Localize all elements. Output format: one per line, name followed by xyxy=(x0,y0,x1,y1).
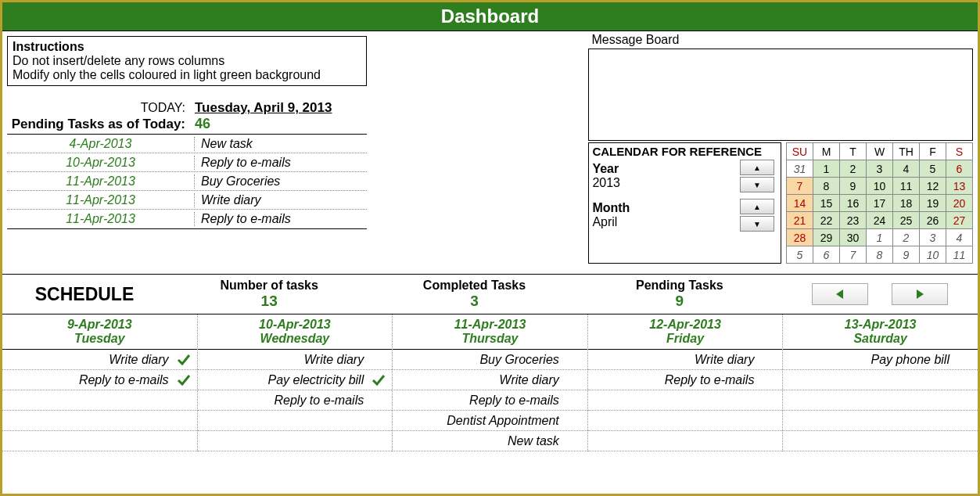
pending-task-date: 4-Apr-2013 xyxy=(7,137,195,151)
month-up-button[interactable]: ▲ xyxy=(740,199,774,214)
calendar-day-cell[interactable]: 31 xyxy=(787,160,813,178)
calendar-day-cell[interactable]: 5 xyxy=(920,160,946,178)
schedule-next-button[interactable] xyxy=(892,283,948,305)
schedule-task-cell[interactable] xyxy=(783,390,978,411)
schedule-task-cell[interactable]: New task xyxy=(393,431,587,451)
triangle-left-icon xyxy=(834,288,846,300)
calendar-day-cell[interactable]: 17 xyxy=(867,195,893,212)
calendar-day-cell[interactable]: 29 xyxy=(813,229,840,246)
num-tasks-label: Number of tasks xyxy=(167,279,372,293)
calendar-day-cell[interactable]: 11 xyxy=(893,178,920,195)
schedule-task-cell[interactable] xyxy=(588,411,783,431)
schedule-task-cell[interactable] xyxy=(198,411,393,431)
year-value: 2013 xyxy=(592,176,620,190)
calendar-day-cell[interactable]: 27 xyxy=(946,212,973,229)
pending-task-row: 11-Apr-2013Buy Groceries xyxy=(7,172,367,191)
calendar-day-cell[interactable]: 1 xyxy=(813,160,840,178)
calendar-day-cell[interactable]: 11 xyxy=(946,246,973,264)
calendar-day-header: T xyxy=(840,143,867,160)
pending-tasks-table: 4-Apr-2013New task10-Apr-2013Reply to e-… xyxy=(7,134,367,229)
calendar-day-cell[interactable]: 13 xyxy=(946,178,973,195)
schedule-task-cell[interactable]: Pay electricity bill xyxy=(198,370,393,390)
schedule-task-cell[interactable]: Write diary xyxy=(588,350,783,370)
calendar-day-cell[interactable]: 20 xyxy=(946,195,973,212)
schedule-task-cell[interactable]: Write diary xyxy=(393,370,587,390)
calendar-day-cell[interactable]: 7 xyxy=(787,178,813,195)
calendar-day-cell[interactable]: 2 xyxy=(893,229,920,246)
instructions-heading: Instructions xyxy=(13,40,361,54)
calendar-day-cell[interactable]: 26 xyxy=(920,212,946,229)
year-down-button[interactable]: ▼ xyxy=(740,177,774,192)
schedule-task-cell[interactable] xyxy=(198,431,393,451)
schedule-task-cell[interactable] xyxy=(2,431,197,451)
pending-task-date: 11-Apr-2013 xyxy=(7,212,195,226)
schedule-task-cell[interactable] xyxy=(588,431,783,451)
calendar-day-cell[interactable]: 28 xyxy=(787,229,813,246)
schedule-task-cell[interactable] xyxy=(783,431,978,451)
schedule-task-cell[interactable]: Pay phone bill xyxy=(783,350,978,370)
schedule-task-cell[interactable] xyxy=(2,411,197,431)
schedule-task-cell[interactable] xyxy=(783,411,978,431)
month-down-button[interactable]: ▼ xyxy=(740,216,774,232)
schedule-day-header: 13-Apr-2013Saturday xyxy=(783,314,978,350)
schedule-task-cell[interactable]: Dentist Appointment xyxy=(393,411,587,431)
calendar-day-cell[interactable]: 16 xyxy=(840,195,867,212)
instructions-box: Instructions Do not insert/delete any ro… xyxy=(7,36,367,86)
schedule-day-date: 12-Apr-2013 xyxy=(588,318,783,332)
schedule-task-cell[interactable]: Buy Groceries xyxy=(393,350,587,370)
calendar-day-cell[interactable]: 2 xyxy=(840,160,867,178)
calendar-day-cell[interactable]: 6 xyxy=(946,160,973,178)
month-label: Month xyxy=(592,201,630,215)
calendar-day-cell[interactable]: 21 xyxy=(787,212,813,229)
calendar-day-cell[interactable]: 3 xyxy=(920,229,946,246)
calendar-day-cell[interactable]: 9 xyxy=(840,178,867,195)
schedule-task-cell[interactable]: Reply to e-mails xyxy=(2,370,197,390)
svg-marker-0 xyxy=(836,289,843,299)
calendar-day-cell[interactable]: 25 xyxy=(893,212,920,229)
calendar-day-cell[interactable]: 10 xyxy=(867,178,893,195)
schedule-task-cell[interactable]: Reply to e-mails xyxy=(588,370,783,390)
calendar-day-cell[interactable]: 1 xyxy=(867,229,893,246)
calendar-day-cell[interactable]: 19 xyxy=(920,195,946,212)
pending-task-name: Write diary xyxy=(195,193,367,207)
calendar-day-cell[interactable]: 7 xyxy=(840,246,867,264)
schedule-task-cell[interactable]: Write diary xyxy=(2,350,197,370)
pending-task-name: Reply to e-mails xyxy=(195,212,367,226)
calendar-day-cell[interactable]: 23 xyxy=(840,212,867,229)
calendar-day-cell[interactable]: 5 xyxy=(787,246,813,264)
calendar-day-cell[interactable]: 4 xyxy=(893,160,920,178)
calendar-day-cell[interactable]: 30 xyxy=(840,229,867,246)
calendar-day-header: W xyxy=(867,143,893,160)
dashboard-banner: Dashboard xyxy=(2,2,978,31)
schedule-task-cell[interactable]: Write diary xyxy=(198,350,393,370)
schedule-task-cell[interactable]: Reply to e-mails xyxy=(393,390,587,411)
calendar-day-cell[interactable]: 9 xyxy=(893,246,920,264)
schedule-heading: SCHEDULE xyxy=(2,284,167,305)
schedule-task-cell[interactable] xyxy=(588,390,783,411)
schedule-prev-button[interactable] xyxy=(812,283,868,305)
calendar-day-cell[interactable]: 18 xyxy=(893,195,920,212)
calendar-day-cell[interactable]: 8 xyxy=(813,178,840,195)
calendar-day-cell[interactable]: 3 xyxy=(867,160,893,178)
calendar-day-cell[interactable]: 6 xyxy=(813,246,840,264)
calendar-day-cell[interactable]: 10 xyxy=(920,246,946,264)
message-board-box[interactable] xyxy=(588,49,973,141)
schedule-day-column: 12-Apr-2013FridayWrite diaryReply to e-m… xyxy=(588,314,784,451)
schedule-grid: 9-Apr-2013TuesdayWrite diaryReply to e-m… xyxy=(2,314,978,451)
calendar-day-cell[interactable]: 24 xyxy=(867,212,893,229)
pending-tasks-value: 9 xyxy=(577,293,782,310)
calendar-day-cell[interactable]: 15 xyxy=(813,195,840,212)
calendar-day-cell[interactable]: 4 xyxy=(946,229,973,246)
month-value: April xyxy=(592,215,630,229)
schedule-task-cell[interactable] xyxy=(2,390,197,411)
completed-tasks-value: 3 xyxy=(372,293,576,310)
calendar-day-cell[interactable]: 22 xyxy=(813,212,840,229)
schedule-task-cell[interactable] xyxy=(783,370,978,390)
schedule-day-date: 10-Apr-2013 xyxy=(198,318,393,332)
calendar-day-cell[interactable]: 12 xyxy=(920,178,946,195)
calendar-day-cell[interactable]: 8 xyxy=(867,246,893,264)
schedule-task-cell[interactable]: Reply to e-mails xyxy=(198,390,393,411)
year-up-button[interactable]: ▲ xyxy=(740,160,774,175)
schedule-day-dow: Tuesday xyxy=(2,332,197,346)
calendar-day-cell[interactable]: 14 xyxy=(787,195,813,212)
